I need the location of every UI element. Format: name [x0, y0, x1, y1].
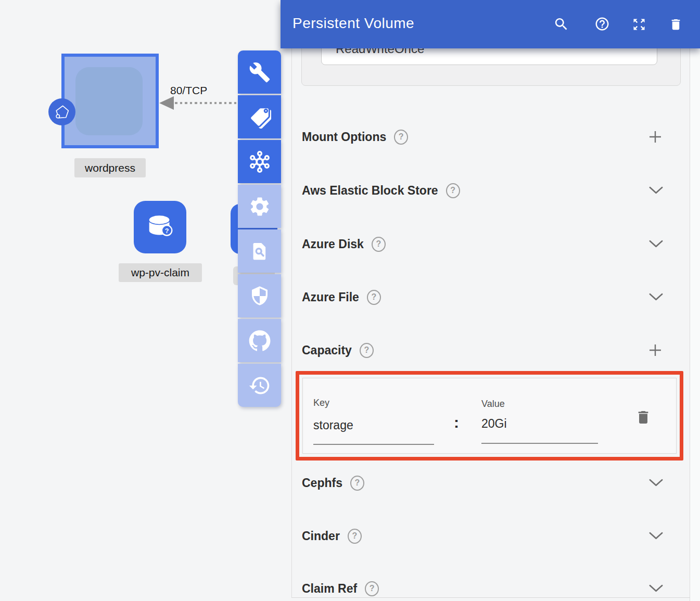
wrench-icon: [249, 61, 271, 83]
value-field-underline: [481, 443, 598, 444]
section-label: Mount Options: [302, 130, 386, 144]
trash-icon: [635, 408, 652, 427]
tag-icon: [248, 106, 271, 129]
expand-cinder-button[interactable]: [649, 532, 663, 540]
plus-icon: [647, 129, 663, 145]
help-circle-icon: [594, 16, 610, 32]
hub-icon: [248, 150, 272, 174]
help-icon[interactable]: ?: [365, 581, 379, 596]
section-label: Capacity: [302, 343, 352, 357]
help-icon[interactable]: ?: [367, 290, 381, 305]
section-cinder: Cinder ?: [302, 525, 663, 547]
key-field-label: Key: [313, 398, 329, 408]
github-icon: [248, 329, 272, 353]
chevron-down-icon: [649, 532, 663, 540]
node-wordpress[interactable]: [61, 54, 159, 148]
svg-text:?: ?: [164, 227, 169, 234]
section-mount-options: Mount Options ?: [302, 126, 663, 148]
section-cephfs: Cephfs ?: [302, 472, 663, 494]
key-value-separator: :: [454, 414, 459, 431]
pod-icon: [48, 98, 75, 125]
gear-icon: [248, 195, 271, 218]
chevron-down-icon: [649, 186, 663, 195]
help-button[interactable]: [594, 16, 610, 34]
section-label: Azure Disk: [302, 237, 364, 251]
panel-content-left-border: [291, 48, 292, 597]
expand-cephfs-button[interactable]: [649, 479, 663, 487]
expand-button[interactable]: [632, 17, 646, 34]
toolbar-tag-button[interactable]: [238, 95, 281, 138]
edge-port-label: 80/TCP: [170, 84, 207, 97]
toolbar-wrench-button[interactable]: [238, 50, 281, 94]
value-field-input[interactable]: 20Gi: [481, 417, 507, 431]
help-icon[interactable]: ?: [394, 130, 408, 145]
section-aws-elastic-block-store: Aws Elastic Block Store ?: [302, 180, 663, 201]
section-label: Cinder: [302, 529, 340, 543]
delete-capacity-entry-button[interactable]: [635, 408, 652, 429]
toolbar-history-button[interactable]: [238, 364, 281, 407]
add-capacity-button[interactable]: [647, 342, 663, 358]
toolbar-shield-button[interactable]: [238, 274, 281, 317]
shield-icon: [249, 286, 270, 306]
section-azure-file: Azure File ?: [302, 286, 663, 308]
node-label-wordpress: wordpress: [74, 158, 146, 177]
key-field-input[interactable]: storage: [313, 418, 353, 432]
help-icon[interactable]: ?: [350, 476, 364, 491]
database-icon: ?: [144, 211, 176, 244]
node-wordpress-inner-shape: [75, 67, 143, 135]
history-icon: [248, 374, 271, 397]
help-icon[interactable]: ?: [348, 529, 362, 544]
help-icon[interactable]: ?: [360, 343, 374, 358]
persistent-volume-panel: ReadWriteOnce Mount Options ? Aws Elasti…: [281, 0, 700, 601]
expand-azure-disk-button[interactable]: [649, 240, 663, 248]
panel-title: Persistent Volume: [292, 15, 414, 32]
expand-claim-ref-button[interactable]: [649, 584, 663, 593]
chevron-down-icon: [649, 584, 663, 593]
section-capacity: Capacity ?: [302, 339, 663, 361]
panel-scrollbar-track[interactable]: [690, 48, 700, 601]
panel-header: Persistent Volume: [281, 0, 700, 48]
edge-arrowhead-icon: [159, 96, 174, 110]
delete-button[interactable]: [669, 17, 683, 34]
section-azure-disk: Azure Disk ?: [302, 233, 663, 255]
node-wp-pv-claim[interactable]: ?: [134, 201, 186, 253]
section-label: Cephfs: [302, 476, 342, 490]
section-label: Azure File: [302, 290, 359, 304]
value-field-label: Value: [481, 399, 505, 410]
plus-icon: [647, 342, 663, 358]
help-icon[interactable]: ?: [446, 183, 460, 198]
add-mount-option-button[interactable]: [647, 129, 663, 145]
key-field-underline: [313, 444, 434, 445]
search-icon: [553, 16, 569, 32]
section-label: Aws Elastic Block Store: [302, 184, 438, 198]
expand-aws-ebs-button[interactable]: [649, 186, 663, 195]
trash-icon: [669, 17, 683, 32]
expand-azure-file-button[interactable]: [649, 293, 663, 301]
capacity-entry-row: Key storage : Value 20Gi: [302, 378, 677, 454]
chevron-down-icon: [649, 479, 663, 487]
toolbar-github-button[interactable]: [238, 319, 281, 362]
expand-arrows-icon: [632, 17, 646, 32]
section-label: Claim Ref: [302, 582, 357, 596]
capacity-entry-highlight: Key storage : Value 20Gi: [296, 371, 683, 461]
node-label-wp-pv-claim: wp-pv-claim: [119, 263, 202, 282]
toolbar-hub-button[interactable]: [238, 140, 281, 183]
section-claim-ref: Claim Ref ?: [302, 578, 663, 599]
chevron-down-icon: [649, 293, 663, 301]
chevron-down-icon: [649, 240, 663, 248]
help-icon[interactable]: ?: [372, 237, 386, 252]
side-toolbar: [238, 50, 281, 407]
toolbar-document-search-button[interactable]: [238, 229, 281, 273]
toolbar-settings-button[interactable]: [238, 185, 281, 228]
search-button[interactable]: [553, 16, 569, 34]
document-search-icon: [249, 240, 271, 262]
